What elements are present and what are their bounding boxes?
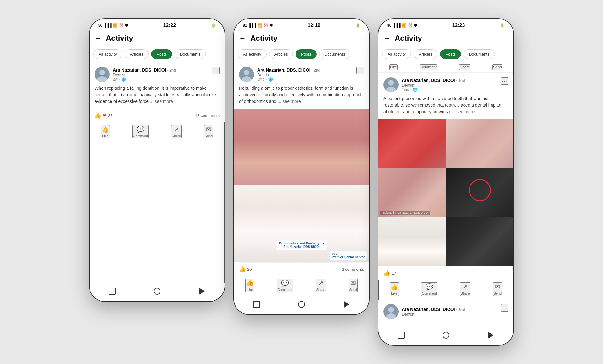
top-like-btn-3[interactable]: Like [389,64,398,70]
post-footer-1: 👍 ❤ 27 13 comments [95,109,220,122]
nav-back-3[interactable] [486,331,495,340]
comment-button-3[interactable]: 💬 Comment [421,282,437,296]
tab-articles-1[interactable]: Articles [125,49,149,59]
send-button-1[interactable]: ✉ Send [204,125,214,138]
battery-icon-3: 🔋 [500,23,505,28]
comments-count-1[interactable]: 13 comments [195,113,220,118]
share-button-2[interactable]: ↗ Share [316,279,326,292]
send-button-2[interactable]: ✉ Send [349,279,358,292]
comment-label-1: Comment [133,134,148,138]
degree-badge-1: · 2nd [167,68,176,72]
tab-all-activity-3[interactable]: All activity [382,49,411,59]
tab-articles-2[interactable]: Articles [269,49,293,59]
back-button-2[interactable]: ← [239,34,246,42]
svg-point-5 [244,70,249,75]
comment-button-2[interactable]: 💬 Comment [277,279,293,292]
tab-all-activity-2[interactable]: All activity [238,49,267,59]
avatar-3 [383,77,399,92]
top-share-btn-3[interactable]: Share [459,64,470,70]
reactions-count-1: 27 [108,113,112,118]
tab-documents-1[interactable]: Documents [175,49,206,59]
send-button-3[interactable]: ✉ Send [493,282,503,296]
share-label-3: Share [461,292,470,295]
see-more-3[interactable]: ... see more [451,109,475,114]
top-comment-btn-3[interactable]: Comment [420,64,437,70]
tab-documents-2[interactable]: Documents [319,49,350,59]
xray-circle-3 [469,179,491,201]
status-left-3: 80 ▐▐▐ 📶 ⏰ ✱ [387,23,417,28]
back-button-1[interactable]: ← [95,34,101,42]
avatar-2 [239,67,254,82]
share-label-2: Share [316,288,325,292]
nav-square-1[interactable] [108,287,117,296]
phone-1: 80 ▐▐▐ 📶 ⏰ ✱ 12:22 🔋 ← Activity All acti… [90,19,225,301]
post-header-2: Ara Nazarian, DDS, DICOI · 2nd Dentist 1… [239,67,364,82]
author-title-2: Dentist [257,72,321,77]
comments-count-2[interactable]: 2 comments [342,267,364,272]
like-button-2[interactable]: 👍 Like [245,279,254,292]
author-details-3: Ara Nazarian, DDS, DICOI · 2nd Dentist 1… [402,78,465,92]
more-options-1[interactable]: ⋯ [212,67,220,74]
like-button-3[interactable]: 👍 Like [390,282,399,296]
reactions-count-2: 20 [247,267,252,272]
tab-documents-3[interactable]: Documents [464,49,495,59]
nav-home-1[interactable] [153,287,161,296]
wifi-icon-2: 📶 [258,23,262,28]
like-reaction-icon-2: 👍 [239,266,246,273]
top-action-bar-3: Like Comment Share Send [378,62,513,73]
clock-icon-1: ⏰ [119,23,124,28]
status-right-3: 🔋 [500,23,505,28]
tab-posts-3[interactable]: Posts [440,49,461,59]
share-button-1[interactable]: ↗ Share [171,125,182,138]
nav-square-3[interactable] [397,331,405,340]
more-options-3b[interactable]: ⋯ [501,304,508,312]
grid-img-1-3 [378,119,446,168]
author-info-1: Ara Nazarian, DDS, DICOI · 2nd Dentist 2… [95,67,176,82]
see-more-1[interactable]: ... see more [150,99,173,104]
post-footer-3: 👍 17 [383,266,508,280]
back-button-3[interactable]: ← [383,34,390,42]
scroll-content-1[interactable]: Ara Nazarian, DDS, DICOI · 2nd Dentist 2… [90,62,225,283]
comment-button-1[interactable]: 💬 Comment [132,125,149,138]
scroll-content-3[interactable]: Ara Nazarian, DDS, DICOI · 2nd Dentist 1… [378,73,513,327]
post-card-1: Ara Nazarian, DDS, DICOI · 2nd Dentist 2… [90,62,225,122]
tab-posts-1[interactable]: Posts [151,49,172,59]
action-bar-3: 👍 Like 💬 Comment ↗ Share ✉ Send [378,280,513,300]
svg-point-8 [388,80,394,86]
page-title-1: Activity [106,34,133,43]
nav-home-2[interactable] [297,300,306,309]
like-icon-1: 👍 [101,126,109,133]
tab-posts-2[interactable]: Posts [296,49,317,59]
grid-img-3-3: Implants by Ara Nazarian DDS DICOI [378,168,446,217]
status-right-2: 🔋 [356,23,360,28]
nav-square-2[interactable] [252,300,261,309]
phone-3: 80 ▐▐▐ 📶 ⏰ ✱ 12:23 🔋 ← Activity All acti… [378,19,513,345]
scroll-content-2[interactable]: Ara Nazarian, DDS, DICOI · 2nd Dentist 1… [234,62,369,296]
filter-tabs-1: All activity Articles Posts Documents [90,46,225,62]
post-header-3b: Ara Nazarian, DDS, DICOI · 2nd Dentist ⋯ [383,304,508,319]
status-right-1: 🔋 [211,23,216,28]
action-bar-2: 👍 Like 💬 Comment ↗ Share ✉ Send [234,276,369,296]
share-icon-3: ↗ [463,283,468,291]
battery-level-2: 81 [243,23,247,28]
more-options-2[interactable]: ⋯ [356,67,364,74]
tab-articles-3[interactable]: Articles [414,49,438,59]
tab-all-activity-1[interactable]: All activity [93,49,122,59]
top-send-btn-3[interactable]: Send [492,64,503,70]
author-details-2: Ara Nazarian, DDS, DICOI · 2nd Dentist 1… [257,67,321,82]
heart-reaction-icon-1: ❤ [103,113,107,119]
action-bar-1: 👍 Like 💬 Comment ↗ Share ✉ Send [90,122,225,142]
share-button-3[interactable]: ↗ Share [460,282,470,296]
nav-home-3[interactable] [442,331,450,340]
more-options-3[interactable]: ⋯ [501,77,508,85]
clock-icon-2: ⏰ [263,23,268,28]
like-button-1[interactable]: 👍 Like [101,125,110,138]
like-reaction-icon-1: 👍 [95,112,101,119]
nav-back-1[interactable] [198,287,206,296]
comment-icon-3: 💬 [426,283,433,291]
like-icon-2: 👍 [246,279,254,287]
nav-back-2[interactable] [342,300,351,309]
post-images-2: Orthodontics and Dentistry byAra Nazaria… [234,109,369,262]
status-bar-1: 80 ▐▐▐ 📶 ⏰ ✱ 12:22 🔋 [90,19,225,31]
see-more-2[interactable]: ... see more [278,99,301,104]
